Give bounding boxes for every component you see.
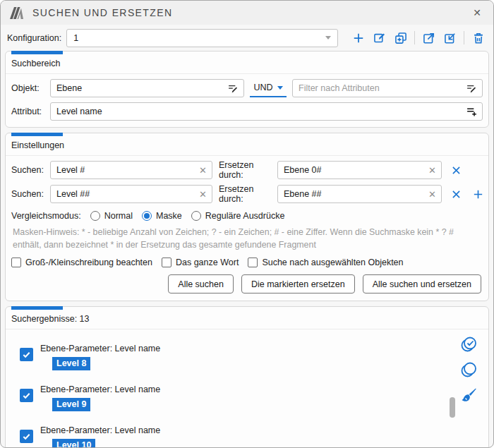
replace-input[interactable] — [284, 165, 424, 175]
find-replace-all-button[interactable]: Alle suchen und ersetzen — [363, 274, 481, 293]
radio-normal[interactable]: Normal — [90, 211, 133, 221]
section-tab-indicator — [11, 51, 63, 54]
object-field[interactable] — [50, 79, 244, 97]
add-row-icon[interactable] — [470, 186, 486, 202]
attribute-filter-input[interactable] — [299, 83, 462, 93]
radio-maske[interactable]: Maske — [142, 211, 182, 221]
deselect-all-icon[interactable] — [461, 361, 478, 378]
result-match-highlight: Level 9 — [52, 398, 90, 411]
scope-section-title: Suchbereich — [6, 52, 488, 73]
result-item[interactable]: Ebene-Parameter: Level name Level 8 — [6, 329, 488, 370]
find-replace-window: SUCHEN UND ERSETZEN ✕ Konfiguration: 1 — [0, 0, 494, 448]
import-config-icon[interactable] — [441, 29, 459, 47]
window-title: SUCHEN UND ERSETZEN — [32, 7, 463, 18]
scrollbar-thumb[interactable] — [450, 397, 455, 418]
clear-icon[interactable]: ✕ — [198, 166, 207, 175]
object-label: Objekt: — [11, 83, 50, 93]
close-icon[interactable]: ✕ — [469, 6, 485, 19]
replace-input[interactable] — [284, 189, 424, 199]
result-item-label: Ebene-Parameter: Level name — [40, 385, 160, 394]
search-scope-section: Suchbereich Objekt: UND — [5, 51, 489, 128]
replace-field[interactable]: ✕ — [277, 161, 442, 179]
export-config-icon[interactable] — [420, 29, 438, 47]
replace-label: Ersetzen durch: — [212, 184, 277, 204]
clear-results-icon[interactable] — [461, 387, 478, 404]
radio-icon — [191, 211, 201, 221]
attribute-field[interactable] — [50, 102, 483, 121]
chevron-down-icon — [277, 86, 283, 90]
search-input[interactable] — [56, 165, 195, 175]
configuration-value: 1 — [73, 33, 325, 43]
replace-field[interactable]: ✕ — [277, 185, 442, 203]
configuration-row: Konfiguration: 1 — [1, 25, 493, 51]
delete-config-icon[interactable] — [469, 29, 487, 47]
operator-dropdown[interactable]: UND — [250, 80, 287, 97]
checkbox-whole-word[interactable]: Das ganze Wort — [162, 258, 239, 267]
add-config-icon[interactable] — [349, 29, 367, 47]
checkbox-icon — [162, 258, 171, 267]
search-replace-row: Suchen: ✕ Ersetzen durch: ✕ — [6, 156, 488, 180]
mask-hint-text: Masken-Hinweis: * - beliebige Anzahl von… — [6, 221, 488, 251]
app-logo-icon — [9, 6, 26, 20]
result-item[interactable]: Ebene-Parameter: Level name Level 9 — [6, 370, 488, 411]
duplicate-config-icon[interactable] — [392, 29, 409, 47]
checkbox-icon — [11, 258, 21, 267]
settings-section: Einstellungen Suchen: ✕ Ersetzen durch: … — [5, 133, 489, 301]
edit-list-icon[interactable] — [227, 83, 239, 95]
configuration-label: Konfiguration: — [7, 33, 61, 43]
result-checkbox-checked[interactable] — [20, 389, 33, 402]
results-section: Suchergebnisse: 13 Ebene-Parameter: Leve… — [5, 306, 489, 448]
add-list-icon[interactable] — [466, 106, 478, 118]
clear-icon[interactable]: ✕ — [428, 190, 437, 199]
clear-icon[interactable]: ✕ — [198, 190, 207, 199]
attribute-label: Attribut: — [11, 107, 50, 116]
result-match-highlight: Level 10 — [52, 439, 95, 448]
operator-value: UND — [253, 83, 272, 92]
replace-marked-button[interactable]: Die markierten ersetzen — [241, 274, 355, 293]
search-label: Suchen: — [11, 189, 50, 199]
result-checkbox-checked[interactable] — [20, 348, 33, 361]
clear-icon[interactable]: ✕ — [428, 166, 437, 175]
radio-icon — [90, 211, 100, 221]
result-item[interactable]: Ebene-Parameter: Level name Level 10 — [6, 411, 488, 448]
replace-label: Ersetzen durch: — [212, 160, 277, 180]
section-tab-indicator — [11, 306, 63, 310]
results-label: Suchergebnisse: — [11, 314, 77, 324]
search-label: Suchen: — [11, 165, 50, 175]
remove-row-icon[interactable] — [448, 186, 464, 202]
object-input[interactable] — [56, 83, 224, 93]
compare-mode-label: Vergleichsmodus: — [11, 211, 81, 221]
radio-regex[interactable]: Reguläre Ausdrücke — [191, 211, 285, 221]
edit-config-icon[interactable] — [370, 29, 388, 47]
chevron-down-icon — [325, 36, 331, 40]
radio-icon — [142, 211, 152, 221]
results-list: Ebene-Parameter: Level name Level 8 Eben… — [6, 329, 488, 448]
results-actions — [460, 336, 478, 404]
edit-list-icon[interactable] — [466, 83, 478, 95]
result-item-label: Ebene-Parameter: Level name — [40, 344, 160, 353]
titlebar: SUCHEN UND ERSETZEN ✕ — [1, 1, 493, 25]
search-input[interactable] — [56, 189, 195, 199]
checkbox-match-case[interactable]: Groß-/Kleinschreibung beachten — [11, 258, 152, 267]
results-section-title: Suchergebnisse: 13 — [6, 307, 488, 329]
compare-mode-row: Vergleichsmodus: Normal Maske Reguläre A… — [6, 204, 488, 221]
remove-row-icon[interactable] — [448, 162, 464, 178]
find-all-button[interactable]: Alle suchen — [168, 274, 234, 293]
action-buttons: Alle suchen Die markierten ersetzen Alle… — [6, 267, 488, 301]
result-item-label: Ebene-Parameter: Level name — [40, 425, 160, 435]
search-field[interactable]: ✕ — [50, 161, 212, 179]
attribute-filter-field[interactable] — [292, 79, 483, 97]
settings-section-title: Einstellungen — [6, 133, 488, 155]
section-tab-indicator — [11, 133, 63, 136]
search-replace-row: Suchen: ✕ Ersetzen durch: ✕ — [6, 180, 488, 204]
select-all-icon[interactable] — [461, 336, 478, 353]
search-field[interactable]: ✕ — [50, 185, 212, 203]
configuration-combobox[interactable]: 1 — [66, 29, 338, 47]
toolbar-separator — [464, 31, 464, 44]
checkbox-selected-objects[interactable]: Suche nach ausgewählten Objekten — [248, 258, 403, 267]
options-row: Groß-/Kleinschreibung beachten Das ganze… — [6, 251, 488, 267]
result-checkbox-checked[interactable] — [20, 430, 33, 443]
attribute-input[interactable] — [56, 107, 462, 116]
result-match-highlight: Level 8 — [52, 357, 90, 370]
checkbox-icon — [248, 258, 258, 267]
